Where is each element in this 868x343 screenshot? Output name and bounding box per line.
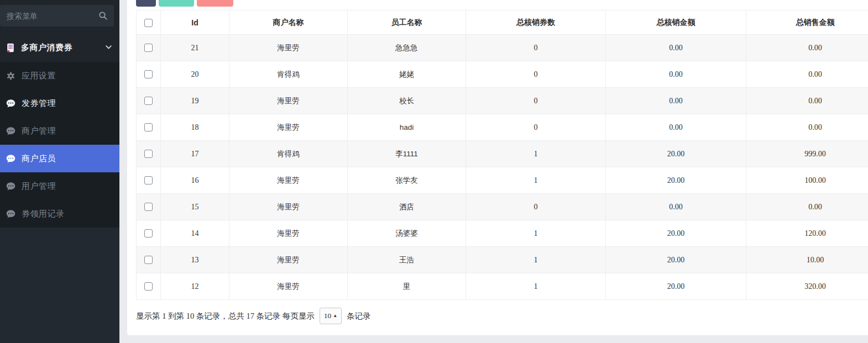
cell-sales-amount: 0.00 — [746, 194, 868, 220]
cell-id: 12 — [161, 273, 229, 300]
sidebar-item-app-settings[interactable]: 应用设置 — [0, 62, 119, 89]
row-checkbox[interactable] — [144, 44, 153, 52]
row-checkbox[interactable] — [144, 229, 153, 238]
row-checkbox[interactable] — [144, 123, 153, 131]
cell-coupon-count: 0 — [466, 88, 606, 114]
row-checkbox[interactable] — [144, 97, 153, 105]
cell-coupon-count: 0 — [466, 61, 606, 88]
pagination-summary: 显示第 1 到第 10 条记录，总共 17 条记录 每页显示 — [136, 311, 315, 321]
row-checkbox[interactable] — [144, 70, 153, 78]
cell-id: 21 — [161, 35, 229, 61]
search-icon — [98, 11, 108, 20]
sidebar-item-label: 商户管理 — [22, 126, 56, 136]
cell-id: 13 — [161, 247, 229, 273]
cell-employee-name: 里 — [348, 273, 466, 300]
row-checkbox[interactable] — [144, 203, 153, 211]
cell-id: 17 — [161, 141, 229, 167]
sidebar-item-label: 用户管理 — [22, 181, 56, 192]
cell-sales-amount: 100.00 — [746, 167, 868, 194]
cell-merchant-name: 海里劳 — [229, 88, 348, 114]
sidebar-menu: 应用设置 发券管理 — [0, 62, 119, 228]
sidebar-item-label: 应用设置 — [22, 71, 56, 81]
checkbox-cell — [137, 114, 161, 141]
cell-id: 14 — [161, 220, 229, 247]
cell-employee-name: 汤婆婆 — [348, 220, 466, 247]
checkbox-cell — [137, 35, 161, 61]
row-checkbox[interactable] — [144, 256, 153, 264]
content-card: Id 商户名称 员工名称 总核销券数 总核销金额 总销售金额 21 海里劳 急急… — [127, 0, 868, 335]
toolbar — [136, 0, 868, 7]
cell-merchant-name: 海里劳 — [229, 273, 348, 300]
cell-employee-name: 姥姥 — [348, 61, 466, 88]
toolbar-button-navy[interactable] — [136, 0, 156, 7]
select-all-checkbox[interactable] — [144, 19, 153, 27]
cell-merchant-name: 肯得鸡 — [229, 141, 348, 167]
sidebar-filler — [0, 228, 119, 343]
cell-merchant-name: 海里劳 — [229, 167, 348, 194]
checkbox-cell — [137, 247, 161, 273]
cell-coupon-count: 1 — [466, 167, 606, 194]
cell-coupon-count: 1 — [466, 273, 606, 300]
pagination-bar: 显示第 1 到第 10 条记录，总共 17 条记录 每页显示 10 ▲ 条记录 — [136, 308, 868, 324]
table-row: 14 海里劳 汤婆婆 1 20.00 120.00 — [137, 220, 868, 247]
cell-verified-amount: 20.00 — [606, 167, 746, 194]
cell-sales-amount: 0.00 — [746, 35, 868, 61]
caret-up-icon: ▲ — [333, 313, 337, 318]
pagination-suffix: 条记录 — [347, 311, 371, 321]
cell-merchant-name: 海里劳 — [229, 220, 348, 247]
col-header-coupon-count: 总核销券数 — [466, 10, 606, 35]
menu-search — [0, 5, 114, 27]
cell-employee-name: 李1111 — [348, 141, 466, 167]
cell-id: 20 — [161, 61, 229, 88]
cell-verified-amount: 20.00 — [606, 141, 746, 167]
clerk-table: Id 商户名称 员工名称 总核销券数 总核销金额 总销售金额 21 海里劳 急急… — [136, 10, 868, 300]
table-header-row: Id 商户名称 员工名称 总核销券数 总核销金额 总销售金额 — [137, 10, 868, 35]
toolbar-button-teal[interactable] — [159, 0, 194, 7]
cell-employee-name: 王浩 — [348, 247, 466, 273]
row-checkbox[interactable] — [144, 150, 153, 158]
table-row: 15 海里劳 酒店 0 0.00 0.00 — [137, 194, 868, 220]
sidebar-item-merchant-management[interactable]: 商户管理 — [0, 117, 119, 145]
comment-icon — [6, 182, 15, 191]
comment-icon — [6, 154, 15, 163]
col-header-sales-amount: 总销售金额 — [746, 10, 868, 35]
sidebar-item-label: 商户店员 — [22, 154, 56, 164]
main-area: Id 商户名称 员工名称 总核销券数 总核销金额 总销售金额 21 海里劳 急急… — [119, 0, 868, 343]
cell-employee-name: 急急急 — [348, 35, 466, 61]
sidebar-item-coupon-issue[interactable]: 发券管理 — [0, 89, 119, 117]
cell-coupon-count: 1 — [466, 141, 606, 167]
cell-sales-amount: 120.00 — [746, 220, 868, 247]
checkbox-cell — [137, 167, 161, 194]
table-row: 18 海里劳 hadi 0 0.00 0.00 — [137, 114, 868, 141]
col-header-id: Id — [161, 10, 229, 35]
sidebar-item-label: 发券管理 — [22, 98, 56, 109]
cell-verified-amount: 0.00 — [606, 194, 746, 220]
col-header-employee-name: 员工名称 — [348, 10, 466, 35]
page-size-dropdown[interactable]: 10 ▲ — [320, 308, 342, 324]
sidebar-item-label: 券领用记录 — [22, 209, 65, 219]
comment-icon — [6, 99, 15, 108]
cell-id: 19 — [161, 88, 229, 114]
cell-verified-amount: 20.00 — [606, 247, 746, 273]
table-row: 21 海里劳 急急急 0 0.00 0.00 — [137, 35, 868, 61]
sidebar-item-coupon-usage-records[interactable]: 券领用记录 — [0, 200, 119, 228]
toolbar-button-salmon[interactable] — [197, 0, 233, 7]
table-row: 20 肯得鸡 姥姥 0 0.00 0.00 — [137, 61, 868, 88]
checkbox-cell — [137, 61, 161, 88]
row-checkbox[interactable] — [144, 176, 153, 184]
page-size-value: 10 — [324, 312, 332, 320]
chevron-down-icon — [106, 45, 112, 50]
sidebar: 多商户消费券 应用设置 — [0, 0, 119, 343]
cell-employee-name: 张学友 — [348, 167, 466, 194]
sidebar-item-multi-merchant-coupons[interactable]: 多商户消费券 — [0, 33, 119, 62]
cell-verified-amount: 0.00 — [606, 88, 746, 114]
sidebar-item-user-management[interactable]: 用户管理 — [0, 172, 119, 200]
row-checkbox[interactable] — [144, 282, 153, 291]
gear-icon — [6, 71, 15, 81]
table-row: 12 海里劳 里 1 20.00 320.00 — [137, 273, 868, 300]
cell-sales-amount: 0.00 — [746, 114, 868, 141]
col-header-verified-amount: 总核销金额 — [606, 10, 746, 35]
sidebar-item-merchant-clerk[interactable]: 商户店员 — [0, 145, 119, 172]
cell-merchant-name: 海里劳 — [229, 247, 348, 273]
cell-coupon-count: 1 — [466, 220, 606, 247]
